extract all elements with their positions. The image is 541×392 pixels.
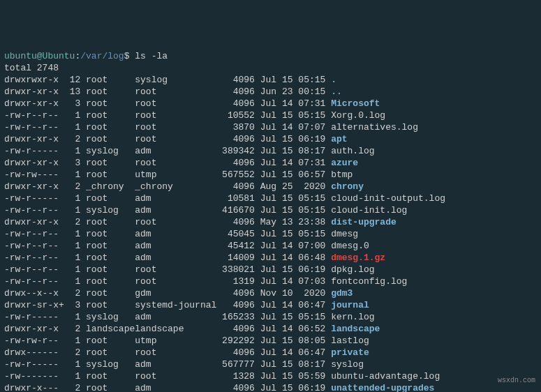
file-date: Jul 15 08:05 bbox=[260, 336, 326, 346]
file-perms: -rw------- bbox=[4, 371, 64, 382]
file-owner: root bbox=[86, 134, 135, 144]
list-item: drwxr-xr-x 3 root root 4096 Jul 14 07:31… bbox=[4, 98, 537, 110]
file-owner: root bbox=[86, 347, 135, 358]
file-size: 567777 bbox=[216, 359, 255, 370]
list-item: -rw-r----- 1 syslog adm 567777 Jul 15 08… bbox=[4, 359, 537, 370]
file-date: Jul 15 08:17 bbox=[260, 146, 326, 156]
file-size: 14009 bbox=[216, 252, 255, 263]
file-size: 4096 bbox=[216, 158, 255, 168]
file-size: 292292 bbox=[216, 336, 255, 346]
file-size: 4096 bbox=[216, 98, 255, 109]
list-item: -rw-rw---- 1 root utmp 567552 Jul 15 06:… bbox=[4, 169, 537, 181]
file-size: 45412 bbox=[216, 241, 255, 251]
file-name: apt bbox=[331, 134, 347, 144]
file-perms: -rw-r--r-- bbox=[4, 110, 64, 121]
file-date: Jul 15 06:19 bbox=[260, 264, 326, 275]
file-date: Jul 15 05:15 bbox=[260, 75, 326, 85]
prompt-dollar: $ bbox=[124, 51, 135, 61]
file-name: kern.log bbox=[331, 312, 374, 322]
list-item: -rw-r--r-- 1 root root 1319 Jul 14 07:03… bbox=[4, 276, 537, 287]
file-name: dmesg.1.gz bbox=[331, 252, 385, 263]
file-size: 4096 bbox=[216, 383, 255, 392]
file-date: Jul 15 05:15 bbox=[260, 110, 326, 121]
file-group: adm bbox=[135, 252, 216, 263]
file-name: gdm3 bbox=[331, 288, 353, 299]
file-perms: drwxr-xr-x bbox=[4, 324, 64, 334]
file-owner: landscape bbox=[86, 324, 135, 334]
list-item: drwxr-xr-x 2 landscapelandscape 4096 Jul… bbox=[4, 323, 537, 335]
file-owner: root bbox=[86, 276, 135, 287]
file-perms: drwxr-xr-x bbox=[4, 217, 64, 227]
file-owner: root bbox=[86, 252, 135, 263]
terminal-output[interactable]: ubuntu@Ubuntu:/var/log$ ls -latotal 2748… bbox=[4, 50, 537, 392]
file-links: 1 bbox=[64, 312, 80, 322]
file-links: 2 bbox=[64, 324, 80, 334]
file-size: 10552 bbox=[216, 110, 255, 121]
file-name: Xorg.0.log bbox=[331, 110, 385, 121]
file-group: root bbox=[135, 276, 216, 287]
file-group: utmp bbox=[135, 336, 216, 346]
file-owner: root bbox=[86, 229, 135, 239]
file-owner: root bbox=[86, 241, 135, 251]
file-owner: root bbox=[86, 110, 135, 121]
file-perms: drwxr-xr-x bbox=[4, 98, 64, 109]
file-date: Jul 14 07:31 bbox=[260, 98, 326, 109]
file-links: 12 bbox=[64, 75, 80, 85]
watermark: wsxdn.com bbox=[498, 375, 535, 386]
prompt-userhost: ubuntu@Ubuntu bbox=[4, 51, 75, 61]
file-date: Nov 10 2020 bbox=[260, 288, 326, 299]
file-group: gdm bbox=[135, 288, 216, 299]
file-name: auth.log bbox=[331, 146, 374, 156]
file-owner: _chrony bbox=[86, 181, 135, 192]
file-perms: -rw-r--r-- bbox=[4, 241, 64, 251]
file-owner: root bbox=[86, 193, 135, 204]
file-links: 1 bbox=[64, 276, 80, 287]
list-item: drwxr-sr-x+ 3 root systemd-journal 4096 … bbox=[4, 299, 537, 311]
file-name: .. bbox=[331, 86, 342, 97]
file-group: adm bbox=[135, 193, 216, 204]
file-perms: drwxrwxr-x bbox=[4, 75, 64, 85]
file-name: btmp bbox=[331, 169, 353, 180]
total-line: total 2748 bbox=[4, 62, 537, 74]
file-size: 4096 bbox=[216, 217, 255, 227]
file-name: private bbox=[331, 347, 369, 358]
file-perms: drwx------ bbox=[4, 347, 64, 358]
list-item: -rw-r----- 1 root adm 10581 Jul 15 05:15… bbox=[4, 193, 537, 204]
file-perms: -rw-r--r-- bbox=[4, 229, 64, 239]
file-links: 13 bbox=[64, 86, 80, 97]
file-perms: drwxr-sr-x+ bbox=[4, 300, 64, 310]
file-name: dmesg.0 bbox=[331, 241, 369, 251]
file-date: Jul 14 06:52 bbox=[260, 324, 326, 334]
list-item: -rw-r----- 1 syslog adm 389342 Jul 15 08… bbox=[4, 145, 537, 157]
list-item: -rw-r--r-- 1 root root 3870 Jul 14 07:07… bbox=[4, 121, 537, 133]
list-item: -rw-r--r-- 1 root adm 45045 Jul 15 05:15… bbox=[4, 228, 537, 240]
file-date: Jul 15 05:59 bbox=[260, 371, 326, 382]
file-group: root bbox=[135, 110, 216, 121]
file-perms: drwxr-xr-x bbox=[4, 181, 64, 192]
file-links: 3 bbox=[64, 158, 80, 168]
file-name: cloud-init-output.log bbox=[331, 193, 445, 204]
file-size: 4096 bbox=[216, 347, 255, 358]
file-links: 1 bbox=[64, 359, 80, 370]
file-size: 3870 bbox=[216, 122, 255, 133]
file-name: Microsoft bbox=[331, 98, 380, 109]
file-links: 1 bbox=[64, 371, 80, 382]
file-group: root bbox=[135, 158, 216, 168]
file-date: Jul 14 07:31 bbox=[260, 158, 326, 168]
file-size: 338021 bbox=[216, 264, 255, 275]
file-perms: -rw-rw-r-- bbox=[4, 336, 64, 346]
file-name: ubuntu-advantage.log bbox=[331, 371, 440, 382]
list-item: drwxr-xr-x 2 _chrony _chrony 4096 Aug 25… bbox=[4, 181, 537, 193]
file-size: 4096 bbox=[216, 300, 255, 310]
file-size: 4096 bbox=[216, 75, 255, 85]
file-date: Jul 15 05:15 bbox=[260, 205, 326, 216]
file-size: 389342 bbox=[216, 146, 255, 156]
file-size: 416670 bbox=[216, 205, 255, 216]
file-group: root bbox=[135, 217, 216, 227]
file-perms: drwxr-x--- bbox=[4, 383, 64, 392]
file-links: 1 bbox=[64, 193, 80, 204]
file-links: 1 bbox=[64, 241, 80, 251]
file-group: _chrony bbox=[135, 181, 216, 192]
list-item: drwxr-xr-x 3 root root 4096 Jul 14 07:31… bbox=[4, 157, 537, 169]
file-name: dist-upgrade bbox=[331, 217, 397, 227]
